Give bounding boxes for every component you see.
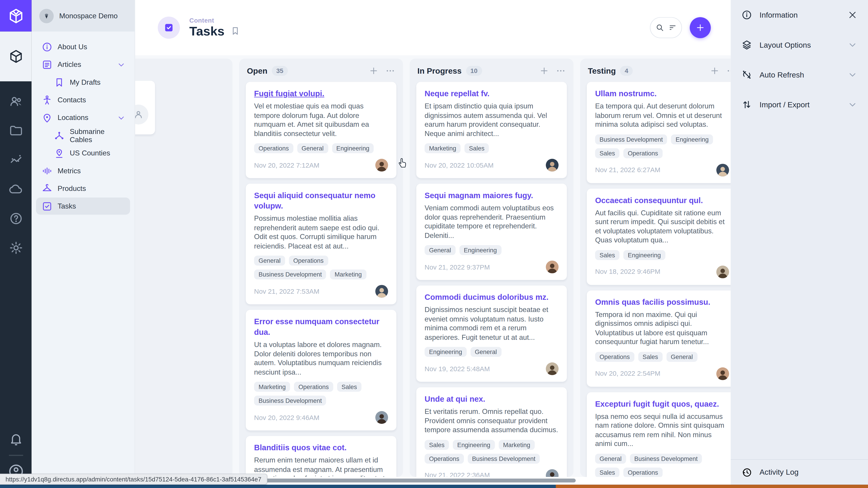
module-help[interactable] <box>8 211 24 226</box>
task-card[interactable]: Sequi magnam maiores fugy. Veniam commod… <box>416 184 567 280</box>
filter-icon[interactable] <box>668 23 677 32</box>
history-icon <box>741 467 752 478</box>
status-url-tooltip: https://y1dv1q8g.directus.app/admin/cont… <box>0 474 268 485</box>
nav-item-articles[interactable]: Articles <box>36 56 130 73</box>
sidebar-item-layout-options[interactable]: Layout Options <box>731 30 868 60</box>
column-more-icon[interactable] <box>385 66 395 76</box>
checkbox-icon <box>163 22 174 33</box>
card-tags: Marketing Operations Sales Business Deve… <box>254 382 388 405</box>
tag: Operations <box>595 352 634 361</box>
directus-logo[interactable] <box>0 0 32 32</box>
nav-item-metrics[interactable]: Metrics <box>36 162 130 180</box>
column-cards: Neque repellat fv. Et ipsam distinctio q… <box>416 82 567 477</box>
kanban-column-partial: ished task PM <box>135 59 232 477</box>
task-card[interactable]: Excepturi fugit fugit quos, quaez. Ipsa … <box>587 392 731 477</box>
nav-sidebar: Monospace Demo About Us Articles My Draf… <box>32 0 135 485</box>
breadcrumb[interactable]: Content <box>189 17 240 24</box>
card-title[interactable]: Blanditiis quos vitae cot. <box>254 443 388 453</box>
sidebar-item-auto-refresh[interactable]: Auto Refresh <box>731 60 868 90</box>
column-add-icon[interactable] <box>539 66 549 76</box>
task-card[interactable]: Unde at qui nex. Et veritatis rerum. Omn… <box>416 387 567 477</box>
box-icon <box>8 49 24 64</box>
column-count-badge: 4 <box>620 66 633 76</box>
card-title[interactable]: Commodi ducimus doloribus mz. <box>425 292 559 303</box>
nav-item-my-drafts[interactable]: My Drafts <box>48 74 130 91</box>
search-icon[interactable] <box>655 23 664 32</box>
nav-item-tasks[interactable]: Tasks <box>36 197 130 215</box>
column-more-icon[interactable] <box>726 66 731 76</box>
task-card[interactable]: Commodi ducimus doloribus mz. Dignissimo… <box>416 286 567 382</box>
card-title[interactable]: Excepturi fugit fugit quos, quaez. <box>595 398 729 409</box>
column-name: Testing <box>588 66 616 75</box>
tag: Business Development <box>468 453 540 463</box>
column-more-icon[interactable] <box>556 66 566 76</box>
equalizer-icon <box>41 165 53 176</box>
search-filter-button[interactable] <box>650 17 682 38</box>
add-item-button[interactable] <box>690 17 711 38</box>
card-title[interactable]: Fugit fugiat volupi. <box>254 89 388 99</box>
notifications-button[interactable] <box>8 431 24 447</box>
card-title[interactable]: Ullam nostrumc. <box>595 89 729 99</box>
close-icon[interactable] <box>847 10 857 20</box>
chevron-down-icon[interactable] <box>117 60 126 69</box>
tag: Business Development <box>630 453 702 463</box>
module-insights[interactable] <box>8 152 24 168</box>
activity-log-button[interactable]: Activity Log <box>731 459 868 485</box>
divider <box>8 455 23 456</box>
task-card[interactable]: Blanditiis quos vitae cot. Rerum enim te… <box>246 436 396 477</box>
nav-item-submarine-cables[interactable]: Submarine Cables <box>48 127 130 144</box>
column-add-icon[interactable] <box>369 66 379 76</box>
task-card[interactable]: Ullam nostrumc. Ea tempora qui. Aut dese… <box>587 82 731 183</box>
task-card[interactable]: Sequi aliquid consequatur nemo volupw. P… <box>246 184 396 304</box>
page-title-group: Content Tasks <box>189 17 240 38</box>
card-title[interactable]: Omnis quas facilis possimusu. <box>595 297 729 307</box>
task-card[interactable]: ished task PM <box>135 81 155 135</box>
module-content[interactable] <box>0 32 32 81</box>
layers-icon <box>741 39 752 51</box>
card-title[interactable]: Error esse numquam consectetur dua. <box>254 317 388 337</box>
tag: Operations <box>294 382 333 392</box>
sidebar-item-import-export[interactable]: Import / Export <box>731 90 868 120</box>
nav-item-about-us[interactable]: About Us <box>36 38 130 55</box>
module-files[interactable] <box>8 123 24 138</box>
network-icon <box>54 130 65 141</box>
card-title[interactable]: Sequi aliquid consequatur nemo volupw. <box>254 190 388 211</box>
card-title[interactable]: Sequi magnam maiores fugy. <box>425 190 559 201</box>
nav-item-contacts[interactable]: Contacts <box>36 91 130 108</box>
nav-item-label: Products <box>58 184 86 193</box>
task-card[interactable]: Omnis quas facilis possimusu. Tempora id… <box>587 290 731 386</box>
card-body: Dignissimos nesciunt suscipit beatae et … <box>425 305 559 342</box>
tag: Engineering <box>453 440 495 450</box>
column-add-icon[interactable] <box>710 66 720 76</box>
card-title[interactable]: Occaecati consequuntur qul. <box>595 195 729 205</box>
mouse-cursor <box>396 157 408 171</box>
tag: Operations <box>425 453 464 463</box>
column-count-badge: 35 <box>272 66 288 76</box>
bookmark-icon[interactable] <box>230 26 240 36</box>
sidebar-item-information[interactable]: Information <box>731 0 868 30</box>
sync-disabled-icon <box>741 69 752 80</box>
module-users[interactable] <box>8 94 24 109</box>
card-tags: General Operations Business Development … <box>254 256 388 279</box>
chevron-down-icon[interactable] <box>117 113 126 122</box>
task-card[interactable]: Fugit fugiat volupi. Vel et molestiae qu… <box>246 82 396 178</box>
task-card[interactable]: Neque repellat fv. Et ipsam distinctio q… <box>416 82 567 178</box>
nav-item-products[interactable]: Products <box>36 180 130 197</box>
nav-item-us-counties[interactable]: US Counties <box>48 144 130 162</box>
tag: Business Development <box>254 269 326 280</box>
help-icon <box>8 212 23 226</box>
module-settings[interactable] <box>8 240 24 256</box>
card-date: Nov 19, 2022 5:48AM <box>425 365 490 372</box>
task-card[interactable]: Occaecati consequuntur qul. Aut facilis … <box>587 188 731 285</box>
card-title[interactable]: ished task <box>135 89 149 97</box>
card-title[interactable]: Neque repellat fv. <box>425 89 559 99</box>
card-body: Et veritatis rerum. Omnis repellat quo. … <box>425 407 559 434</box>
nav-item-locations[interactable]: Locations <box>36 109 130 126</box>
project-header[interactable]: Monospace Demo <box>32 0 135 32</box>
task-card[interactable]: Error esse numquam consectetur dua. Ut a… <box>246 310 396 430</box>
module-cloud[interactable] <box>8 182 24 197</box>
kanban-column-testing: Testing 4 Ullam nostrumc. Ea tempora qui… <box>580 59 731 477</box>
nav-item-label: Metrics <box>58 166 81 175</box>
card-title[interactable]: Unde at qui nex. <box>425 394 559 404</box>
column-header: In Progress 10 <box>417 64 566 77</box>
